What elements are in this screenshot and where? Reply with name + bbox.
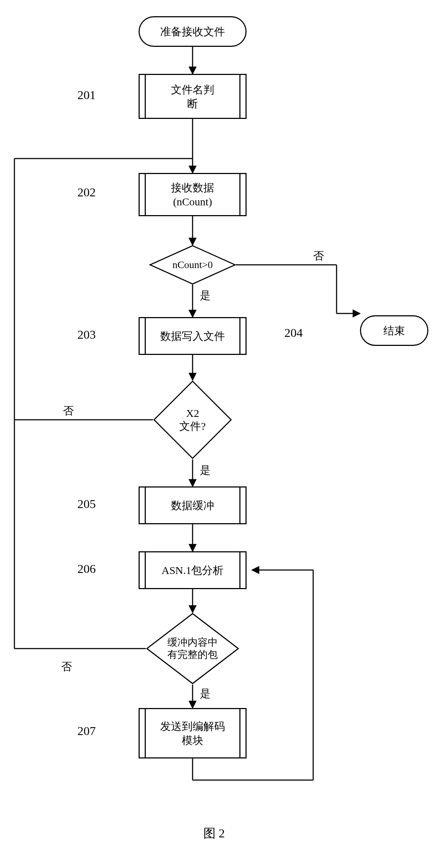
process-206-label: ASN.1包分析 xyxy=(162,563,224,577)
step-number-202: 202 xyxy=(77,186,96,199)
terminator-start-label: 准备接收文件 xyxy=(160,25,225,39)
step-number-205: 205 xyxy=(77,497,96,511)
process-201-label: 文件名判 断 xyxy=(171,83,214,111)
step-number-201: 201 xyxy=(77,88,96,102)
decision-x2-label: X2 文件? xyxy=(179,407,206,433)
step-number-207: 207 xyxy=(77,724,96,738)
step-number-204: 204 xyxy=(284,326,303,340)
decision-packet-label: 缓冲内容中 有完整的包 xyxy=(167,636,218,660)
process-205-label: 数据缓冲 xyxy=(171,498,214,512)
figure-caption: 图 2 xyxy=(203,825,225,842)
edge-label-yes-3: 是 xyxy=(200,686,211,701)
edge-label-yes-2: 是 xyxy=(200,463,211,478)
terminator-start: 准备接收文件 xyxy=(139,16,247,47)
process-207: 发送到编解码 模块 xyxy=(139,708,247,758)
flowchart-canvas: 准备接收文件 201 文件名判 断 202 接收数据 (nCount) nCou… xyxy=(0,0,437,868)
process-207-label: 发送到编解码 模块 xyxy=(160,719,225,747)
process-206: ASN.1包分析 xyxy=(139,551,247,589)
process-205: 数据缓冲 xyxy=(139,486,247,524)
step-number-203: 203 xyxy=(77,328,96,342)
terminator-end: 结束 xyxy=(360,315,428,346)
edge-label-no-2: 否 xyxy=(63,404,74,418)
edge-label-no-1: 否 xyxy=(313,249,324,263)
decision-ncount: nCount>0 xyxy=(149,245,236,285)
process-202-label: 接收数据 (nCount) xyxy=(171,181,214,209)
edge-label-no-3: 否 xyxy=(61,659,72,674)
decision-x2: X2 文件? xyxy=(153,380,232,459)
process-201: 文件名判 断 xyxy=(139,74,247,119)
process-203-label: 数据写入文件 xyxy=(160,329,225,343)
process-203: 数据写入文件 xyxy=(139,317,247,355)
decision-packet: 缓冲内容中 有完整的包 xyxy=(146,613,239,685)
terminator-end-label: 结束 xyxy=(383,324,405,338)
decision-ncount-label: nCount>0 xyxy=(172,259,213,271)
edge-label-yes-1: 是 xyxy=(200,288,211,303)
step-number-206: 206 xyxy=(77,562,96,576)
process-202: 接收数据 (nCount) xyxy=(139,173,247,216)
